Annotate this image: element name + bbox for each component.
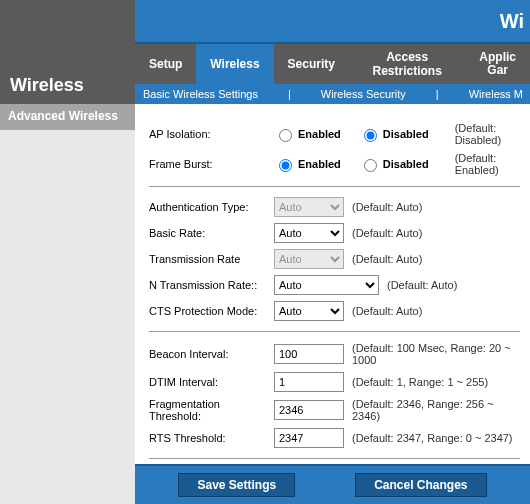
subnav-separator: | (436, 88, 439, 100)
rts-input[interactable] (274, 428, 344, 448)
trans-rate-select: Auto (274, 249, 344, 269)
trans-rate-hint: (Default: Auto) (352, 253, 422, 265)
subnav-separator: | (288, 88, 291, 100)
subnav-basic-wireless[interactable]: Basic Wireless Settings (143, 88, 258, 100)
ap-isolation-enabled-radio[interactable] (279, 129, 292, 142)
trans-rate-label: Transmission Rate (149, 253, 274, 265)
frag-hint: (Default: 2346, Range: 256 ~ 2346) (352, 398, 520, 422)
basic-rate-label: Basic Rate: (149, 227, 274, 239)
ap-isolation-disabled-radio[interactable] (364, 129, 377, 142)
cts-mode-label: CTS Protection Mode: (149, 305, 274, 317)
frame-burst-disabled-text: Disabled (383, 158, 429, 170)
cancel-button[interactable]: Cancel Changes (355, 473, 486, 497)
sub-nav: Basic Wireless Settings | Wireless Secur… (135, 84, 530, 104)
rts-hint: (Default: 2347, Range: 0 ~ 2347) (352, 432, 513, 444)
beacon-label: Beacon Interval: (149, 348, 274, 360)
basic-rate-hint: (Default: Auto) (352, 227, 422, 239)
auth-type-label: Authentication Type: (149, 201, 274, 213)
frag-input[interactable] (274, 400, 344, 420)
frame-burst-hint: (Default: Enabled) (455, 152, 520, 176)
beacon-input[interactable] (274, 344, 344, 364)
save-button[interactable]: Save Settings (178, 473, 295, 497)
ap-isolation-label: AP Isolation: (149, 128, 274, 140)
nav-applications-gaming[interactable]: Applic Gar (465, 44, 530, 84)
frame-burst-disabled-radio[interactable] (364, 159, 377, 172)
basic-rate-select[interactable]: Auto (274, 223, 344, 243)
divider (149, 458, 520, 459)
nav-partial-line2: Gar (479, 64, 516, 77)
nav-security[interactable]: Security (274, 44, 349, 84)
ap-isolation-enabled-text: Enabled (298, 128, 341, 140)
main-nav: Setup Wireless Security Access Restricti… (135, 44, 530, 84)
beacon-hint: (Default: 100 Msec, Range: 20 ~ 1000 (352, 342, 520, 366)
frag-label: Fragmentation Threshold: (149, 398, 274, 422)
n-trans-rate-select[interactable]: Auto (274, 275, 379, 295)
frame-burst-enabled[interactable]: Enabled (274, 156, 341, 172)
ap-isolation-disabled[interactable]: Disabled (359, 126, 429, 142)
subnav-wireless-mac[interactable]: Wireless M (469, 88, 523, 100)
divider (149, 331, 520, 332)
rts-label: RTS Threshold: (149, 432, 274, 444)
nav-access-restrictions[interactable]: Access Restrictions (349, 44, 465, 84)
frame-burst-enabled-text: Enabled (298, 158, 341, 170)
cts-mode-select[interactable]: Auto (274, 301, 344, 321)
nav-wireless[interactable]: Wireless (196, 44, 273, 84)
n-trans-rate-label: N Transmission Rate:: (149, 279, 274, 291)
dtim-label: DTIM Interval: (149, 376, 274, 388)
ap-isolation-disabled-text: Disabled (383, 128, 429, 140)
sidebar-empty (0, 130, 135, 504)
n-trans-rate-hint: (Default: Auto) (387, 279, 457, 291)
frame-burst-label: Frame Burst: (149, 158, 274, 170)
subnav-wireless-security[interactable]: Wireless Security (321, 88, 406, 100)
auth-type-hint: (Default: Auto) (352, 201, 422, 213)
section-title: Wireless (0, 0, 135, 104)
cts-mode-hint: (Default: Auto) (352, 305, 422, 317)
content-area: AP Isolation: Enabled Disabled (Default:… (135, 104, 530, 464)
sidebar-heading: Advanced Wireless (0, 104, 135, 130)
ap-isolation-enabled[interactable]: Enabled (274, 126, 341, 142)
banner: Wi (135, 0, 530, 44)
frame-burst-enabled-radio[interactable] (279, 159, 292, 172)
footer: Save Settings Cancel Changes (135, 464, 530, 504)
divider (149, 186, 520, 187)
frame-burst-disabled[interactable]: Disabled (359, 156, 429, 172)
ap-isolation-hint: (Default: Disabled) (455, 122, 520, 146)
dtim-input[interactable] (274, 372, 344, 392)
auth-type-select: Auto (274, 197, 344, 217)
nav-setup[interactable]: Setup (135, 44, 196, 84)
dtim-hint: (Default: 1, Range: 1 ~ 255) (352, 376, 488, 388)
